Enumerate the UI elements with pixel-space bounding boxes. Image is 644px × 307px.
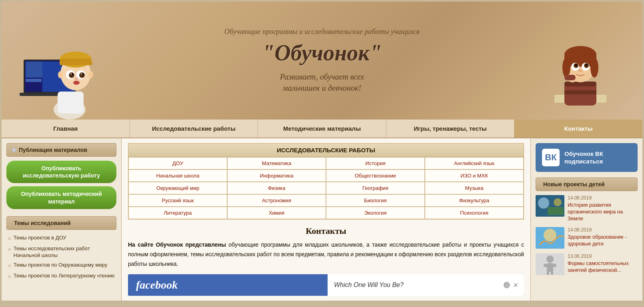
research-cell-chem[interactable]: Химия	[227, 207, 326, 219]
ad-close-button[interactable]: ✕	[512, 281, 518, 289]
svg-point-22	[58, 71, 63, 78]
news-date-1: 14.06.2019	[568, 195, 638, 201]
svg-point-34	[590, 58, 598, 78]
svg-rect-53	[544, 264, 549, 267]
svg-rect-55	[547, 271, 549, 275]
news-content-1: 14.06.2019 История развития органическог…	[568, 195, 638, 222]
nav-research[interactable]: Исследовательские работы	[130, 120, 258, 138]
news-item-1[interactable]: 14.06.2019 История развития органическог…	[536, 195, 638, 222]
research-cell-dou[interactable]: ДОУ	[128, 157, 227, 169]
svg-rect-28	[564, 86, 596, 90]
bullet-icon-2: ○	[8, 246, 11, 253]
news-title-1: История развития органического мира на З…	[568, 202, 638, 222]
research-cell-pe[interactable]: Физкультура	[425, 194, 524, 207]
news-content-3: 13.06.2019 Формы самостоятельных занятий…	[568, 253, 638, 275]
bullet-icon: ○	[8, 235, 11, 242]
topic-link-1[interactable]: ○ Темы проектов в ДОУ	[6, 233, 116, 244]
new-projects-header: Новые проекты детей	[536, 177, 638, 191]
topic-link-2[interactable]: ○ Темы исследовательских работ Начальной…	[6, 244, 116, 261]
svg-rect-54	[551, 264, 556, 267]
topics-label: Темы исследований	[14, 220, 71, 226]
news-item-3[interactable]: 13.06.2019 Формы самостоятельных занятий…	[536, 253, 638, 275]
research-cell-social[interactable]: Обществознание	[326, 169, 425, 182]
svg-rect-43	[564, 75, 576, 80]
svg-point-20	[74, 77, 78, 80]
topic-link-4[interactable]: ○ Темы проектов по Литературному чтению	[6, 271, 116, 282]
svg-rect-7	[58, 92, 84, 114]
research-cell-music[interactable]: Музыка	[425, 182, 524, 194]
topics-header: Темы исследований	[6, 216, 116, 230]
research-cell-art[interactable]: ИЗО и МХК	[425, 169, 524, 182]
research-cell-bio[interactable]: Биология	[326, 194, 425, 207]
nav-home[interactable]: Главная	[2, 120, 130, 138]
ad-info-button[interactable]: ⓘ	[504, 282, 510, 288]
research-cell-history[interactable]: История	[326, 157, 425, 169]
research-cell-math[interactable]: Математика	[227, 157, 326, 169]
news-title-2: Здоровое образование - здоровые дети	[568, 234, 638, 247]
svg-rect-46	[548, 207, 564, 215]
svg-point-49	[544, 229, 556, 241]
contacts-bold: На сайте Обучонок представлены	[128, 241, 226, 248]
main-wrapper: Публикация материалов Опубликовать иссле…	[2, 138, 642, 301]
content-center: ИССЛЕДОВАТЕЛЬСКИЕ РАБОТЫ ДОУ Математика …	[122, 138, 530, 301]
svg-point-18	[71, 74, 72, 75]
svg-rect-11	[84, 62, 92, 65]
ad-text: Which One Will You Be?	[334, 281, 404, 289]
header-girl-illustration	[542, 20, 618, 120]
research-cell-cs[interactable]: Информатика	[227, 169, 326, 182]
research-cell-geo[interactable]: География	[326, 182, 425, 194]
ad-banner: facebook Which One Will You Be? ⓘ ✕	[128, 274, 524, 296]
vk-subscribe-block[interactable]: ВК Обучонок ВК подписаться	[536, 143, 638, 172]
research-cell-astro[interactable]: Астрономия	[227, 194, 326, 207]
svg-rect-56	[551, 271, 553, 275]
research-title: ИССЛЕДОВАТЕЛЬСКИЕ РАБОТЫ	[128, 144, 524, 157]
research-cell-lit[interactable]: Литература	[128, 207, 227, 219]
topic-link-3[interactable]: ○ Темы проектов по Окружающему миру	[6, 260, 116, 271]
vk-subtitle: подписаться	[564, 157, 603, 165]
publication-label: Публикация материалов	[19, 147, 87, 153]
sidebar-right: ВК Обучонок ВК подписаться Новые проекты…	[530, 138, 642, 301]
header-subtitle: Обучающие программы и исследовательские …	[224, 28, 420, 36]
news-title-3: Формы самостоятельных занятий физической…	[568, 260, 638, 274]
research-cell-world[interactable]: Окружающий мир	[128, 182, 227, 194]
svg-point-40	[586, 64, 588, 66]
news-date-3: 13.06.2019	[568, 253, 638, 259]
svg-point-23	[88, 71, 93, 78]
svg-rect-3	[26, 79, 42, 82]
ad-close-area: ⓘ ✕	[504, 281, 518, 289]
publish-research-button[interactable]: Опубликовать исследовательскую работу	[6, 161, 116, 183]
vk-title: Обучонок ВК	[564, 150, 603, 158]
publish-method-button[interactable]: Опубликовать методический материал	[6, 186, 116, 209]
research-cell-psych[interactable]: Психология	[425, 207, 524, 219]
news-content-2: 14.06.2019 Здоровое образование - здоров…	[568, 227, 638, 249]
svg-point-41	[578, 70, 582, 72]
contacts-text: На сайте Обучонок представлены обучающие…	[128, 240, 524, 269]
site-header: Обучающие программы и исследовательские …	[2, 2, 642, 120]
nav-methods[interactable]: Методические материалы	[258, 120, 386, 138]
header-title: "Обучонок"	[224, 40, 420, 66]
nav-contacts[interactable]: Контакты	[514, 120, 642, 138]
research-cell-russian[interactable]: Русский язык	[128, 194, 227, 207]
research-section: ИССЛЕДОВАТЕЛЬСКИЕ РАБОТЫ ДОУ Математика …	[128, 143, 524, 219]
vk-text: Обучонок ВК подписаться	[564, 150, 603, 165]
facebook-label[interactable]: facebook	[128, 274, 328, 296]
research-cell-english[interactable]: Английский язык	[425, 157, 524, 169]
bullet-icon-3: ○	[8, 263, 11, 269]
dot-icon	[12, 148, 16, 152]
research-cell-primary[interactable]: Начальная школа	[128, 169, 227, 182]
bullet-icon-4: ○	[8, 273, 11, 280]
new-projects-label: Новые проекты детей	[543, 181, 605, 187]
ad-right-section: Which One Will You Be? ⓘ ✕	[328, 274, 524, 296]
research-cell-physics[interactable]: Физика	[227, 182, 326, 194]
sidebar-left: Публикация материалов Опубликовать иссле…	[2, 138, 122, 301]
svg-point-21	[73, 81, 80, 85]
news-thumb-2	[536, 227, 564, 249]
research-cell-eco[interactable]: Экология	[326, 207, 425, 219]
svg-rect-29	[564, 90, 596, 94]
svg-point-39	[575, 64, 577, 66]
news-item-2[interactable]: 14.06.2019 Здоровое образование - здоров…	[536, 227, 638, 249]
header-boy-illustration	[18, 12, 106, 120]
news-date-2: 14.06.2019	[568, 227, 638, 233]
contacts-title: Контакты	[128, 226, 524, 236]
nav-games[interactable]: Игры, тренажеры, тесты	[386, 120, 515, 138]
